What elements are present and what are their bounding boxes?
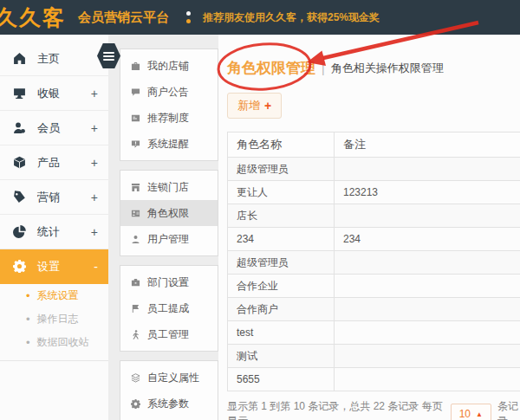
submenu-item-label: 系统设置	[37, 288, 79, 303]
add-button-label: 新增	[237, 98, 260, 113]
title-separator: |	[322, 61, 325, 75]
collapse-indicator: -	[94, 260, 98, 274]
page-title-row: 角色权限管理 | 角色相关操作权限管理	[227, 58, 520, 78]
member-icon	[13, 121, 26, 134]
menu-group: 我的店铺商户公告推荐制度系统提醒	[120, 48, 218, 161]
menu-item-label: 角色权限	[147, 206, 189, 221]
menu-item-label: 员工提成	[147, 301, 189, 316]
menu-item-label: 系统提醒	[147, 137, 189, 152]
table-row: 更让人123213	[228, 181, 520, 204]
sidebar-item-label: 设置	[37, 259, 94, 275]
column-header: 备注	[335, 132, 520, 158]
table-cell	[335, 251, 520, 275]
sidebar-item-label: 营销	[37, 190, 91, 205]
expand-indicator: +	[91, 225, 98, 239]
sidebar-item-product[interactable]: 产品+	[0, 145, 108, 180]
page-size-value: 10	[459, 408, 471, 420]
menu-item-label: 我的店铺	[147, 59, 189, 74]
menu-item-staff-commission[interactable]: 员工提成	[120, 295, 218, 321]
table-cell: 店长	[228, 204, 335, 228]
submenu-item-label: 数据回收站	[37, 335, 89, 350]
table-cell	[335, 275, 520, 298]
add-button[interactable]: 新增 +	[227, 93, 282, 119]
menu-item-label: 部门设置	[147, 275, 189, 290]
pagination-suffix: 条记录	[497, 399, 520, 420]
promo-text: 推荐朋友使用久久客，获得25%现金奖	[203, 10, 380, 25]
expand-indicator: +	[91, 191, 98, 204]
referral-icon	[131, 113, 140, 123]
table-row: 234234	[228, 228, 520, 251]
department-icon	[131, 278, 140, 288]
column-header: 角色名称	[228, 132, 335, 158]
menu-item-data-management[interactable]: 数据管理	[120, 417, 218, 420]
sidebar-item-marketing[interactable]: 营销+	[0, 180, 108, 215]
menu-item-label: 用户管理	[147, 232, 189, 247]
bullet-icon: •	[26, 313, 30, 325]
page-title: 角色权限管理	[227, 58, 315, 78]
table-cell: 234	[228, 228, 335, 251]
staff-icon	[131, 330, 140, 339]
table-cell	[335, 204, 520, 228]
sidebar-item-settings[interactable]: 设置-	[0, 249, 108, 284]
menu-item-referral-policy[interactable]: 推荐制度	[120, 105, 218, 131]
promo-dots-icon	[186, 11, 191, 23]
caret-up-icon: ▲	[476, 410, 483, 418]
top-header: 久久客 会员营销云平台 推荐朋友使用久久客，获得25%现金奖	[0, 0, 520, 35]
plus-icon: +	[264, 99, 271, 113]
menu-item-system-reminder[interactable]: 系统提醒	[120, 131, 218, 157]
sidebar-item-statistics[interactable]: 统计+	[0, 215, 108, 249]
menu-item-label: 商户公告	[147, 85, 189, 100]
monitor-icon	[13, 87, 26, 100]
table-cell: 123213	[335, 181, 520, 204]
menu-item-merchant-announcement[interactable]: 商户公告	[120, 79, 218, 105]
table-cell	[335, 321, 520, 345]
submenu-item-system-settings[interactable]: •系统设置	[0, 284, 108, 307]
menu-item-system-params[interactable]: 系统参数	[120, 391, 218, 417]
table-cell	[335, 158, 520, 181]
sidebar-item-member[interactable]: 会员+	[0, 111, 108, 145]
submenu-item-operation-log[interactable]: •操作日志	[0, 307, 108, 331]
secondary-menu: 我的店铺商户公告推荐制度系统提醒连锁门店角色权限用户管理部门设置员工提成员工管理…	[108, 35, 218, 420]
sidebar-item-cashier[interactable]: 收银+	[0, 76, 108, 111]
platform-title: 会员营销云平台	[78, 10, 169, 26]
page-size-select[interactable]: 10 ▲	[451, 404, 491, 420]
submenu-item-label: 操作日志	[37, 312, 79, 326]
menu-item-department-settings[interactable]: 部门设置	[120, 269, 218, 295]
table-row: 5655	[228, 368, 520, 391]
table-cell	[335, 298, 520, 321]
table-cell: 合作商户	[228, 298, 335, 321]
bullet-icon: •	[26, 290, 30, 301]
sidebar-item-label: 主页	[37, 51, 98, 67]
pagination-summary: 显示第 1 到第 10 条记录，总共 22 条记录 每页显示	[227, 399, 445, 420]
sidebar-divider	[0, 360, 108, 361]
sidebar-item-label: 收银	[37, 86, 91, 101]
table-cell: 5655	[228, 368, 335, 391]
primary-sidebar: 主页收银+会员+产品+营销+统计+设置- •系统设置•操作日志•数据回收站	[0, 35, 108, 420]
store-icon	[131, 183, 140, 192]
menu-group: 连锁门店角色权限用户管理	[120, 170, 218, 256]
page-subtitle: 角色相关操作权限管理	[331, 61, 444, 76]
menu-item-chain-stores[interactable]: 连锁门店	[120, 174, 218, 200]
bullet-icon: •	[26, 337, 30, 348]
product-icon	[13, 156, 26, 169]
menu-item-label: 推荐制度	[147, 111, 189, 126]
menu-item-custom-attributes[interactable]: 自定义属性	[120, 365, 218, 391]
table-cell: 超级管理员	[228, 158, 335, 181]
main-content: 角色权限管理 | 角色相关操作权限管理 新增 + 角色名称备注 超级管理员更让人…	[218, 35, 520, 420]
shop-icon	[131, 61, 140, 71]
pie-chart-icon	[13, 225, 26, 238]
menu-item-label: 自定义属性	[147, 371, 199, 385]
menu-item-staff-management[interactable]: 员工管理	[120, 321, 218, 347]
table-cell: 更让人	[228, 181, 335, 204]
menu-item-role-permission[interactable]: 角色权限	[120, 200, 218, 226]
submenu-item-recycle-bin[interactable]: •数据回收站	[0, 331, 108, 354]
table-cell: 234	[335, 228, 520, 251]
table-row: 合作商户	[228, 298, 520, 321]
menu-item-my-shop[interactable]: 我的店铺	[120, 53, 218, 79]
table-cell	[335, 368, 520, 391]
brand-logo[interactable]: 久久客	[0, 3, 66, 32]
alert-icon	[131, 139, 140, 149]
menu-group: 自定义属性系统参数数据管理	[120, 360, 218, 420]
menu-item-user-management[interactable]: 用户管理	[120, 226, 218, 252]
sidebar-item-home[interactable]: 主页	[0, 42, 108, 76]
